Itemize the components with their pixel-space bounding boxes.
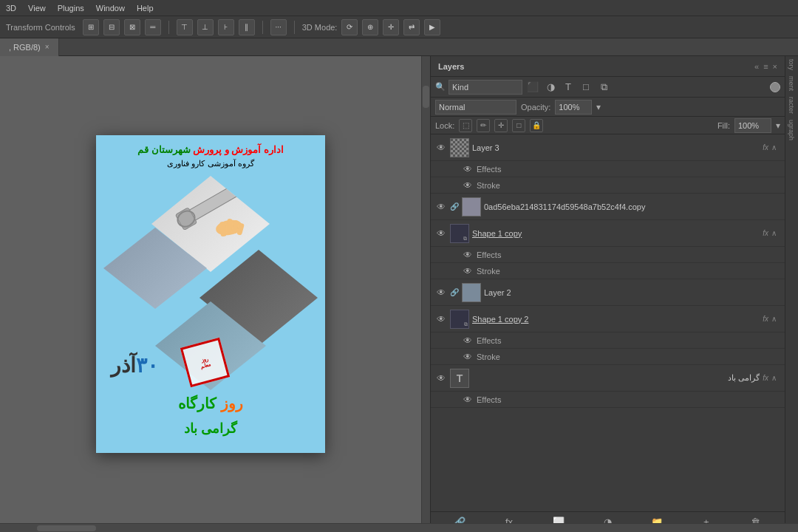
lock-artboard-btn[interactable]: □ [512, 119, 525, 132]
document-tab[interactable]: , RGB/8) × [0, 38, 59, 56]
effects-label-shape1copy2: Effects [477, 336, 501, 345]
eye-effects-shape1copy[interactable]: 👁 [462, 249, 474, 261]
3d-orbit-btn[interactable]: ⊕ [362, 19, 378, 35]
fill-input[interactable] [734, 118, 771, 133]
panel-menu-btn[interactable]: ≡ [763, 62, 768, 71]
opacity-input[interactable] [555, 100, 592, 115]
panel-close-btn[interactable]: × [773, 62, 777, 71]
link-icon-layer2: 🔗 [450, 288, 459, 297]
options-bar: Transform Controls ⊞ ⊟ ⊠ ═ ⊤ ⊥ ⊦ ∥ ··· 3… [0, 16, 798, 38]
opacity-chevron[interactable]: ▾ [596, 102, 601, 112]
lock-label: Lock: [435, 121, 454, 130]
align-left-btn[interactable]: ⊞ [83, 19, 99, 35]
align-center-btn[interactable]: ⊟ [103, 19, 120, 35]
fill-chevron[interactable]: ▾ [776, 120, 780, 131]
list-item[interactable]: 👁 Effects [431, 332, 785, 349]
blend-mode-select[interactable]: Normal Multiply Screen Overlay [435, 100, 516, 115]
table-row[interactable]: 👁 ⧉ Shape 1 copy 2 fx ∧ [431, 306, 785, 332]
h-scroll-thumb[interactable] [37, 525, 96, 531]
link-icon-imgcopy: 🔗 [450, 202, 459, 211]
horizontal-scrollbar[interactable] [0, 523, 798, 532]
eye-icon-textlayer[interactable]: 👁 [435, 372, 447, 384]
filter-type-btn[interactable]: T [561, 80, 576, 95]
list-item[interactable]: 👁 Effects [431, 247, 785, 263]
stroke-label-shape1copy: Stroke [477, 267, 500, 276]
fx-badge-textlayer: fx [763, 374, 768, 382]
3d-pan-btn[interactable]: ✛ [383, 19, 399, 35]
effects-label-layer3: Effects [477, 165, 501, 174]
filter-kind-select[interactable]: Kind [449, 80, 522, 95]
eye-icon-layer2[interactable]: 👁 [435, 287, 447, 299]
list-item[interactable]: 👁 Effects [431, 392, 785, 408]
canvas-scrollbar[interactable] [421, 56, 430, 532]
paragraph-panel-label[interactable]: ugraph [785, 117, 797, 143]
eye-stroke-shape1copy2[interactable]: 👁 [462, 351, 474, 363]
3d-slide-btn[interactable]: ⇄ [403, 19, 420, 35]
list-item[interactable]: 👁 Effects [431, 161, 785, 177]
eye-effects-shape1copy2[interactable]: 👁 [462, 335, 474, 347]
align-h-btn[interactable]: ═ [145, 19, 161, 35]
layer-thumb-shape1copy: ⧉ [450, 224, 469, 243]
expand-textlayer[interactable]: ∧ [771, 374, 780, 382]
lock-position-btn[interactable]: ✛ [494, 119, 508, 132]
right-collapsed-panels: tory ment racter ugraph [785, 56, 798, 532]
dist-bottom-btn[interactable]: ⊦ [218, 19, 234, 35]
expand-shape1copy2[interactable]: ∧ [771, 315, 780, 323]
table-row[interactable]: 👁 🔗 0ad56eba214831174d59548a7b52c4f4.cop… [431, 194, 785, 220]
eye-icon-shape1copy[interactable]: 👁 [435, 228, 447, 239]
filter-toggle[interactable] [770, 82, 780, 92]
list-item[interactable]: 👁 Stroke [431, 349, 785, 365]
layer-name-layer3: Layer 3 [472, 143, 760, 152]
tab-bar: , RGB/8) × [0, 38, 798, 56]
expand-shape1copy[interactable]: ∧ [771, 229, 780, 237]
filter-shape-btn[interactable]: □ [579, 80, 593, 95]
table-row[interactable]: 👁 🔗 Layer 2 [431, 279, 785, 306]
table-row[interactable]: 👁 Layer 3 fx ∧ [431, 134, 785, 161]
align-right-btn[interactable]: ⊠ [124, 19, 140, 35]
layer-name-shape1copy2: Shape 1 copy 2 [472, 315, 760, 324]
filter-row: 🔍 Kind ⬛ ◑ T □ ⧉ [431, 77, 785, 98]
menu-help[interactable]: Help [137, 4, 154, 13]
dist-v-btn[interactable]: ∥ [239, 19, 255, 35]
3d-rotate-btn[interactable]: ⟳ [341, 19, 358, 35]
filter-image-btn[interactable]: ⬛ [525, 80, 540, 95]
stamp-text: روزمعلم [199, 355, 212, 369]
more-btn[interactable]: ··· [270, 19, 287, 35]
eye-icon-shape1copy2[interactable]: 👁 [435, 313, 447, 325]
eye-icon-layer3[interactable]: 👁 [435, 142, 447, 154]
character-panel-label[interactable]: racter [785, 94, 797, 117]
lock-paint-btn[interactable]: ✏ [477, 119, 490, 132]
comment-panel-label[interactable]: ment [785, 73, 797, 94]
layer-name-textlayer: گرامی باد [472, 373, 760, 383]
eye-icon-imgcopy[interactable]: 👁 [435, 201, 447, 213]
menu-window[interactable]: Window [96, 4, 125, 13]
fill-label: Fill: [717, 121, 730, 130]
eye-effects-layer3[interactable]: 👁 [462, 163, 474, 175]
eye-stroke-layer3[interactable]: 👁 [462, 180, 474, 191]
eye-stroke-shape1copy[interactable]: 👁 [462, 265, 474, 277]
lock-transparent-btn[interactable]: ⬚ [459, 119, 472, 132]
menu-3d[interactable]: 3D [6, 4, 16, 13]
3d-camera-btn[interactable]: ▶ [424, 19, 440, 35]
history-panel-label[interactable]: tory [785, 56, 797, 73]
expand-layer3[interactable]: ∧ [771, 143, 780, 151]
lock-all-btn[interactable]: 🔒 [530, 119, 543, 132]
menu-plugins[interactable]: Plugins [58, 4, 84, 13]
separator1 [168, 21, 169, 34]
blend-mode-row: Normal Multiply Screen Overlay Opacity: … [431, 98, 785, 117]
list-item[interactable]: 👁 Stroke [431, 263, 785, 279]
filter-adjust-btn[interactable]: ◑ [543, 80, 558, 95]
dist-center-btn[interactable]: ⊥ [197, 19, 214, 35]
panel-collapse-btn[interactable]: « [754, 62, 759, 71]
menu-view[interactable]: View [28, 4, 46, 13]
filter-smart-btn[interactable]: ⧉ [596, 80, 611, 95]
lock-row: Lock: ⬚ ✏ ✛ □ 🔒 Fill: ▾ [431, 117, 785, 134]
table-row[interactable]: 👁 T گرامی باد fx ∧ [431, 365, 785, 392]
design-canvas: اداره آموزش و پرورش شهرستان قم گروه آموز… [96, 135, 325, 453]
panel-header-right: « ≡ × [754, 62, 777, 71]
eye-effects-textlayer[interactable]: 👁 [462, 394, 474, 406]
dist-top-btn[interactable]: ⊤ [177, 19, 193, 35]
list-item[interactable]: 👁 Stroke [431, 177, 785, 194]
tab-close-btn[interactable]: × [45, 43, 50, 51]
table-row[interactable]: 👁 ⧉ Shape 1 copy fx ∧ [431, 220, 785, 247]
